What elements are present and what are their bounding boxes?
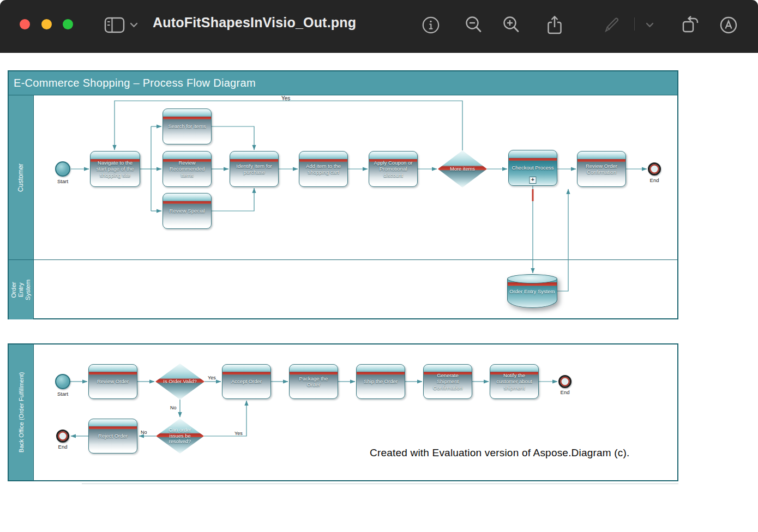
close-button[interactable]: [20, 19, 30, 29]
task-label: Identify Item for purchase: [233, 163, 275, 176]
gateway-label: Is Order Valid?: [163, 379, 196, 385]
task-notify-customer: Notify the customer about shipment: [490, 364, 539, 399]
annotate-a-icon: [719, 16, 738, 34]
share-button[interactable]: [543, 13, 567, 37]
preview-window: AutoFitShapesInVisio_Out.png: [0, 0, 758, 532]
end-event-label: End: [642, 177, 666, 183]
task-label: Apply Coupon or Promotional discount: [372, 160, 414, 178]
sidebar-toggle-button[interactable]: [103, 13, 127, 37]
lane-label-customer: Customer: [17, 163, 25, 191]
chevron-down-icon: [130, 22, 138, 28]
evaluation-watermark: Created with Evaluation version of Aspos…: [370, 447, 675, 459]
task-label: Search for items: [168, 123, 206, 129]
rotate-button[interactable]: [678, 13, 702, 37]
sidebar-menu-button[interactable]: [127, 13, 141, 37]
gateway-label: More items: [450, 166, 475, 172]
gateway-label: Can order issues be resolved?: [163, 427, 197, 445]
lane-strip-back-office: Back Office (Order Fulfillment): [9, 344, 34, 480]
lane-strip-order-entry: Order Entry System: [9, 260, 34, 319]
subprocess-checkout: Checkout Process +: [508, 150, 557, 186]
task-accept-order: Accept Order: [222, 364, 271, 399]
toolbar-separator: [634, 17, 635, 31]
task-label: Accept Order: [231, 378, 262, 384]
annotate-button[interactable]: [717, 13, 741, 37]
lane-strip-customer: Customer: [9, 95, 34, 259]
task-label: Review Special: [170, 208, 205, 214]
datastore-order-entry: Order Entry System: [507, 274, 557, 308]
end-event-backoffice: [558, 375, 571, 388]
task-review-order: Review Order: [88, 364, 137, 399]
lane-order-entry: Order Entry System: [9, 259, 677, 319]
markup-menu-button[interactable]: [642, 13, 657, 37]
sidebar-icon: [104, 17, 125, 33]
title-bar: AutoFitShapesInVisio_Out.png: [0, 0, 758, 53]
task-label: Ship the Order: [364, 378, 398, 384]
edge-label-yes: Yes: [234, 431, 243, 436]
task-navigate-start-page: Navigate to the start page of the shoppi…: [90, 151, 140, 187]
task-review-confirmation: Review Order Confirmation: [577, 151, 626, 187]
start-event-backoffice: [55, 374, 70, 389]
zoom-out-button[interactable]: [462, 13, 486, 37]
start-event-label: Start: [51, 391, 75, 397]
end-event-customer: [648, 162, 661, 176]
task-label: Generate Shipment Confirmation: [426, 372, 469, 391]
pool-title: E-Commerce Shopping – Process Flow Diagr…: [9, 71, 677, 95]
edge-label-no: No: [170, 405, 177, 410]
task-label: Navigate to the start page of the shoppi…: [93, 160, 137, 178]
task-label: Package the Order: [292, 376, 335, 388]
zoom-out-icon: [464, 15, 484, 35]
task-generate-confirmation: Generate Shipment Confirmation: [423, 364, 472, 399]
datastore-top: [507, 274, 557, 283]
task-ship-order: Ship the Order: [356, 364, 405, 399]
task-search-for-items: Search for items: [163, 108, 212, 144]
end-event-label: End: [51, 444, 75, 450]
task-reject-order: Reject Order: [88, 419, 137, 454]
rotate-icon: [681, 15, 700, 35]
task-package-order: Package the Order: [289, 364, 338, 399]
window-title: AutoFitShapesInVisio_Out.png: [153, 15, 356, 31]
start-event-customer: [55, 161, 70, 177]
subprocess-plus-icon: +: [530, 177, 537, 184]
edge-label-yes: Yes: [281, 95, 290, 101]
task-label: Checkout Process: [512, 165, 554, 171]
artifact-line: [82, 483, 678, 484]
minimize-button[interactable]: [41, 19, 52, 29]
share-icon: [545, 15, 564, 35]
edge-label-no: No: [141, 430, 147, 435]
task-review-recommended: Review Recommended Items: [163, 151, 212, 187]
info-icon: [422, 16, 440, 34]
task-review-special: Review Special: [163, 193, 212, 229]
info-button[interactable]: [419, 13, 443, 37]
task-label: Notify the customer about shipment: [493, 372, 536, 391]
task-label: Reject Order: [98, 433, 128, 439]
fullscreen-button[interactable]: [63, 19, 73, 29]
zoom-in-button[interactable]: [500, 13, 524, 37]
task-label: Review Order Confirmation: [580, 163, 623, 176]
task-identify-item: Identify Item for purchase: [230, 151, 279, 187]
chevron-down-icon: [646, 22, 654, 28]
datastore-label: Order Entry System: [507, 288, 557, 294]
task-add-to-cart: Add item to the shopping cart: [299, 151, 348, 187]
end-event-label: End: [553, 389, 577, 395]
zoom-in-icon: [502, 15, 521, 35]
lane-label-order-entry: Order Entry System: [10, 277, 32, 302]
markup-button[interactable]: [600, 13, 624, 37]
markup-pencil-icon: [603, 16, 621, 34]
start-event-label: Start: [51, 178, 75, 184]
task-apply-coupon: Apply Coupon or Promotional discount: [369, 151, 418, 187]
end-event-rejected: [56, 430, 69, 443]
task-label: Add item to the shopping cart: [302, 163, 345, 176]
pool-ecommerce: E-Commerce Shopping – Process Flow Diagr…: [8, 70, 678, 319]
lane-label-back-office: Back Office (Order Fulfillment): [17, 372, 25, 453]
task-label: Review Recommended Items: [166, 160, 208, 178]
task-label: Review Order: [97, 378, 129, 384]
edge-label-yes: Yes: [208, 375, 216, 380]
